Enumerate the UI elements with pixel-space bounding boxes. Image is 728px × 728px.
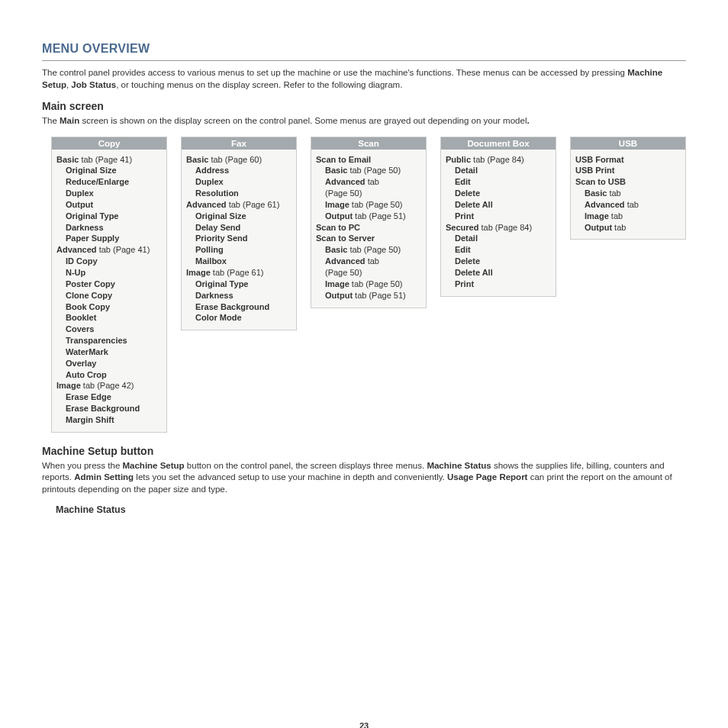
menu-item: Reduce/Enlarge (56, 176, 162, 188)
desc-bold: Main (60, 116, 79, 125)
page-title: MENU OVERVIEW (42, 42, 686, 56)
menu-item-bold: Book Copy (66, 302, 110, 311)
menu-item-bold: Advanced (585, 200, 625, 209)
ms-text: When you press the (42, 461, 122, 470)
menu-item-bold: Image (56, 381, 81, 390)
menu-item-bold: Overlay (66, 359, 96, 368)
menu-item-bold: Polling (195, 245, 224, 254)
menu-item-bold: Advanced (56, 245, 97, 254)
menu-item-rest: (Page 50) (325, 188, 362, 198)
menu-item-bold: Output (585, 223, 612, 232)
menu-item-bold: Covers (66, 324, 94, 333)
menu-item: Duplex (186, 176, 292, 188)
menu-item-bold: Delay Send (195, 223, 240, 232)
menu-item-bold: Transparencies (66, 336, 127, 345)
ms-text: button on the control panel, the screen … (185, 461, 427, 470)
menu-item: Clone Copy (56, 290, 162, 301)
menu-item-bold: N-Up (66, 268, 85, 277)
menu-item: Output (56, 199, 162, 211)
menu-item-bold: Duplex (66, 188, 94, 198)
ms-bold-2: Machine Status (427, 461, 491, 470)
menu-item-rest: tab (Page 50) (350, 200, 403, 209)
column-usb: USB USB FormatUSB PrintScan to USBBasic … (570, 137, 686, 240)
menu-item-bold: Margin Shift (66, 415, 114, 424)
intro-text: , or touching menus on the display scree… (116, 80, 402, 89)
column-body-usb: USB FormatUSB PrintScan to USBBasic tabA… (571, 150, 685, 240)
menu-item: USB Format (575, 154, 681, 166)
menu-item-bold: Basic (325, 166, 347, 175)
menu-item-bold: Darkness (195, 291, 234, 300)
menu-item: Advanced tab (Page 41) (56, 244, 162, 256)
machine-status-heading: Machine Status (56, 504, 686, 515)
menu-item-bold: Image (325, 200, 350, 209)
menu-item: Erase Edge (56, 391, 162, 403)
menu-item: Output tab (Page 51) (316, 290, 421, 301)
menu-item: Image tab (Page 42) (56, 380, 162, 391)
column-body-scan: Scan to EmailBasic tab (Page 50)Advanced… (311, 150, 426, 308)
menu-item-rest: tab (Page 51) (353, 211, 406, 221)
intro-paragraph: The control panel provides access to var… (42, 67, 686, 91)
menu-item-bold: ID Copy (66, 256, 98, 266)
menu-item-bold: Basic (186, 155, 208, 164)
menu-item-bold: Advanced (325, 177, 366, 186)
menu-item: Darkness (56, 222, 162, 234)
menu-item: Covers (56, 324, 162, 335)
menu-item-bold: Detail (455, 234, 478, 243)
menu-item: Edit (446, 244, 551, 256)
column-header-fax: Fax (182, 137, 296, 150)
menu-item: Scan to PC (316, 222, 421, 234)
menu-item-bold: Color Mode (195, 313, 242, 322)
menu-item-bold: Basic (585, 188, 607, 198)
column-body-copy: Basic tab (Page 41)Original SizeReduce/E… (52, 150, 166, 432)
menu-item-rest: tab (Page 61) (227, 200, 280, 209)
menu-item: Address (186, 165, 292, 176)
menu-item: Delete All (446, 199, 551, 211)
menu-item-rest: tab (Page 50) (347, 245, 401, 254)
menu-item-rest: tab (Page 41) (97, 245, 150, 254)
menu-item-bold: Reduce/Enlarge (66, 177, 129, 186)
machine-setup-heading: Machine Setup button (42, 445, 686, 457)
menu-item-bold: Edit (455, 177, 471, 186)
menu-item-rest: tab (366, 256, 379, 266)
menu-item: Erase Background (186, 301, 292, 313)
menu-item-bold: Resolution (195, 188, 239, 198)
menu-item: Original Type (186, 279, 292, 290)
menu-item-bold: Output (325, 211, 353, 221)
menu-item: Paper Supply (56, 233, 162, 244)
menu-item: Polling (186, 244, 292, 256)
menu-item: Scan to Server (316, 233, 421, 244)
menu-item: Output tab (575, 222, 681, 234)
menu-item-bold: Poster Copy (66, 279, 115, 288)
menu-item-bold: Erase Background (195, 302, 269, 311)
menu-item: Book Copy (56, 301, 162, 313)
menu-item-bold: Image (325, 279, 350, 288)
menu-item-bold: Delete All (455, 268, 493, 277)
menu-item: Priority Send (186, 233, 292, 244)
menu-item-bold: Priority Send (195, 234, 247, 243)
menu-item-rest: tab (625, 200, 639, 209)
menu-columns: Copy Basic tab (Page 41)Original SizeRed… (51, 137, 686, 433)
menu-item-bold: Secured (446, 223, 478, 232)
menu-item-bold: Advanced (186, 200, 227, 209)
menu-item-bold: USB Format (575, 155, 624, 164)
menu-item: Poster Copy (56, 279, 162, 290)
menu-item-bold: Delete (455, 256, 480, 266)
menu-item-bold: Delete All (455, 200, 493, 209)
intro-text: The control panel provides access to var… (42, 68, 627, 77)
menu-item: Darkness (186, 290, 292, 301)
menu-item-bold: Duplex (195, 177, 224, 186)
menu-item: Original Size (186, 211, 292, 222)
menu-item: Advanced tab (316, 256, 421, 267)
menu-item-rest: tab (Page 50) (350, 279, 403, 288)
menu-item: (Page 50) (316, 267, 421, 279)
menu-item: Advanced tab (Page 61) (186, 199, 292, 211)
menu-item-bold: WaterMark (66, 347, 108, 356)
column-fax: Fax Basic tab (Page 60)AddressDuplexReso… (181, 137, 297, 331)
menu-item-bold: Clone Copy (66, 291, 112, 300)
menu-item-bold: Output (66, 200, 93, 209)
column-body-fax: Basic tab (Page 60)AddressDuplexResoluti… (182, 150, 296, 330)
ms-bold-1: Machine Setup (122, 461, 184, 470)
menu-item: Delete (446, 256, 551, 267)
column-body-docbox: Public tab (Page 84)DetailEditDeleteDele… (441, 150, 556, 296)
menu-item: Booklet (56, 312, 162, 324)
